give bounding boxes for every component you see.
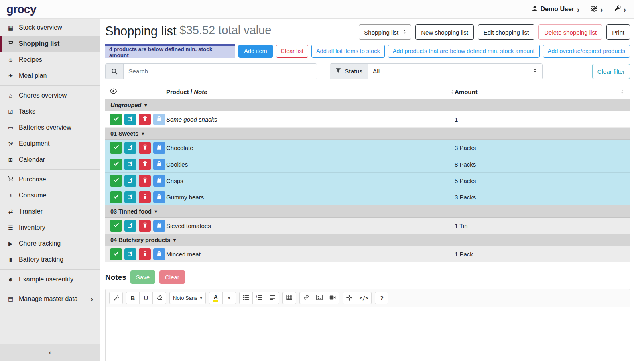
sidebar-item-purchase[interactable]: Purchase [0, 171, 100, 187]
shopping-cart-icon [6, 40, 15, 47]
add-item-button[interactable]: Add item [238, 45, 272, 58]
sidebar-item-battery-tracking[interactable]: ▮Battery tracking [0, 252, 100, 268]
mark-done-button[interactable] [110, 248, 122, 260]
delete-item-button[interactable] [139, 191, 151, 203]
add-below-min-button[interactable]: Add products that are below defined min.… [388, 45, 540, 58]
group-header-row[interactable]: 04 Butchery products▾ [105, 234, 630, 246]
sidebar-item-batteries-overview[interactable]: ▭Batteries overview [0, 120, 100, 136]
underline-button[interactable]: U [139, 292, 153, 304]
delete-shopping-list-button[interactable]: Delete shopping list [538, 24, 602, 40]
edit-item-button[interactable] [124, 159, 136, 170]
edit-item-button[interactable] [124, 175, 136, 187]
insert-picture-button[interactable] [313, 292, 326, 304]
sidebar-item-meal-plan[interactable]: ✈Meal plan [0, 68, 100, 84]
sidebar-item-chores-overview[interactable]: ⌂Chores overview [0, 87, 100, 104]
text-color-button[interactable]: A [209, 292, 223, 304]
topbar: grocy Demo User › › › [0, 0, 634, 19]
shopping-list-select[interactable]: Shopping list [359, 24, 411, 40]
group-header-row[interactable]: 03 Tinned food▾ [105, 205, 630, 218]
row-actions [105, 220, 166, 232]
sidebar-item-shopping-list[interactable]: Shopping list [0, 36, 100, 52]
sidebar-item-tasks[interactable]: ☑Tasks [0, 104, 100, 120]
sidebar-item-calendar[interactable]: ⊞Calendar [0, 152, 100, 168]
sidebar-collapse-button[interactable]: ‹ [0, 344, 100, 361]
sidebar-item-stock-overview[interactable]: ▦Stock overview [0, 20, 100, 36]
mark-done-button[interactable] [110, 191, 122, 203]
add-overdue-button[interactable]: Add overdue/expired products [543, 45, 630, 58]
group-header-row[interactable]: Ungrouped▾ [105, 99, 630, 111]
product-name: Cookies [166, 161, 455, 168]
edit-item-button[interactable] [124, 191, 136, 203]
print-button[interactable]: Print [606, 24, 630, 40]
sidebar-item-recipes[interactable]: ♨Recipes [0, 52, 100, 68]
app-logo[interactable]: grocy [6, 3, 36, 16]
notes-clear-button[interactable]: Clear [159, 270, 185, 284]
sidebar-item-consume[interactable]: ♆Consume [0, 187, 100, 203]
sidebar-item-transfer[interactable]: ⇄Transfer [0, 203, 100, 220]
text-color-dropdown-button[interactable]: ▾ [222, 292, 236, 304]
mark-done-button[interactable] [110, 114, 122, 125]
add-to-stock-button[interactable] [153, 142, 165, 154]
sidebar-item-equipment[interactable]: ⚒Equipment [0, 136, 100, 152]
add-to-stock-button[interactable] [153, 191, 165, 203]
edit-item-button[interactable] [124, 248, 136, 260]
sidebar-item-example-userentity[interactable]: ☻Example userentity [0, 271, 100, 287]
add-to-stock-button[interactable] [153, 175, 165, 187]
caret-down-icon: ▾ [142, 131, 144, 136]
edit-item-button[interactable] [124, 220, 136, 232]
admin-menu[interactable]: › [614, 5, 626, 13]
font-family-button[interactable]: Noto Sans▾ [169, 292, 206, 304]
mark-done-button[interactable] [110, 142, 122, 154]
bold-button[interactable]: B [126, 292, 140, 304]
unordered-list-button[interactable] [239, 292, 253, 304]
mark-done-button[interactable] [110, 175, 122, 187]
delete-item-button[interactable] [139, 248, 151, 260]
sort-icon[interactable] [620, 89, 624, 94]
add-to-stock-button[interactable] [153, 114, 165, 125]
clear-format-button[interactable] [152, 292, 166, 304]
add-to-stock-button[interactable] [153, 159, 165, 170]
shopping-bag-icon [156, 177, 162, 184]
sidebar-item-chore-tracking[interactable]: ▶Chore tracking [0, 236, 100, 252]
sort-icon[interactable] [450, 89, 455, 94]
insert-table-button[interactable] [282, 292, 296, 304]
sidebar-item-inventory[interactable]: ☰Inventory [0, 220, 100, 236]
caret-down-icon: ▾ [173, 237, 176, 243]
delete-item-button[interactable] [139, 175, 151, 187]
amount-value: 3 Packs [455, 144, 630, 151]
insert-video-button[interactable] [326, 292, 339, 304]
delete-item-button[interactable] [139, 114, 151, 125]
ordered-list-button[interactable]: 123 [252, 292, 266, 304]
settings-menu[interactable]: › [591, 6, 603, 13]
sidebar-item-manage-master-data[interactable]: ▤Manage master data› [0, 291, 100, 307]
tasks-icon: ☑ [6, 108, 15, 115]
fullscreen-button[interactable] [343, 292, 356, 304]
edit-item-button[interactable] [124, 114, 136, 125]
insert-link-button[interactable] [299, 292, 313, 304]
inventory-list-icon: ☰ [6, 224, 15, 231]
edit-shopping-list-button[interactable]: Edit shopping list [478, 24, 534, 40]
mark-done-button[interactable] [110, 159, 122, 170]
code-view-button[interactable]: </> [356, 292, 372, 304]
add-all-to-stock-button[interactable]: Add all list items to stock [311, 45, 385, 58]
smiley-icon: ☻ [6, 276, 15, 283]
delete-item-button[interactable] [139, 159, 151, 170]
search-input[interactable] [124, 64, 317, 79]
mark-done-button[interactable] [110, 220, 122, 232]
clear-list-button[interactable]: Clear list [276, 45, 308, 58]
clear-filter-button[interactable]: Clear filter [592, 64, 630, 79]
edit-item-button[interactable] [124, 142, 136, 154]
group-header-row[interactable]: 01 Sweets▾ [105, 128, 630, 140]
add-to-stock-button[interactable] [153, 248, 165, 260]
delete-item-button[interactable] [139, 142, 151, 154]
paragraph-align-button[interactable] [266, 292, 279, 304]
user-menu[interactable]: Demo User › [532, 6, 580, 13]
notes-save-button[interactable]: Save [130, 270, 155, 284]
delete-item-button[interactable] [139, 220, 151, 232]
notes-editor-area[interactable] [106, 307, 630, 361]
status-select[interactable]: All [368, 64, 542, 79]
new-shopping-list-button[interactable]: New shopping list [415, 24, 474, 40]
help-button[interactable]: ? [375, 292, 388, 304]
add-to-stock-button[interactable] [153, 220, 165, 232]
magic-style-button[interactable] [109, 292, 123, 304]
